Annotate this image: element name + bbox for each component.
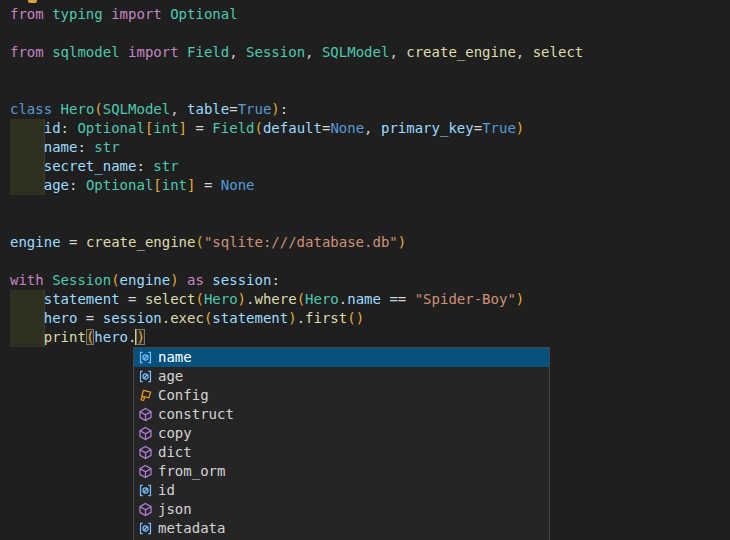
suggest-item-name[interactable]: name — [134, 348, 549, 367]
code-token: typing — [52, 6, 103, 22]
code-token: sqlmodel — [52, 44, 119, 60]
code-token: as — [187, 272, 204, 288]
suggest-item-metadata[interactable]: metadata — [134, 519, 549, 538]
suggest-item-dict[interactable]: dict — [134, 443, 549, 462]
symbol-method-icon — [137, 426, 154, 442]
suggest-item-label: copy — [158, 424, 192, 443]
symbol-class-icon — [137, 388, 154, 404]
code-token: : — [280, 101, 288, 117]
code-token: where — [254, 291, 296, 307]
code-token: , — [389, 44, 406, 60]
code-line: from typing import Optional — [10, 5, 583, 24]
code-token: Field — [187, 44, 229, 60]
code-line: print(hero.) — [10, 328, 583, 347]
code-token: create_engine — [86, 234, 196, 250]
code-token: Hero — [204, 291, 238, 307]
suggest-item-label: dict — [158, 443, 192, 462]
suggest-item-age[interactable]: age — [134, 367, 549, 386]
code-token: select — [145, 291, 196, 307]
code-line: hero = session.exec(statement).first() — [10, 309, 583, 328]
code-token: : — [271, 272, 279, 288]
code-token — [10, 158, 44, 174]
code-token: session — [103, 310, 162, 326]
code-token: : — [69, 177, 86, 193]
code-token: ) — [271, 101, 279, 117]
code-token: age — [44, 177, 69, 193]
code-editor[interactable]: from typing import Optionalfrom sqlmodel… — [0, 0, 730, 540]
code-token: name — [44, 139, 78, 155]
suggest-item-copy[interactable]: copy — [134, 424, 549, 443]
code-token: = — [61, 234, 86, 250]
code-token: import — [128, 44, 179, 60]
code-token: = — [229, 101, 237, 117]
code-token: import — [111, 6, 162, 22]
code-line: with Session(engine) as session: — [10, 271, 583, 290]
code-token — [52, 101, 60, 117]
code-token: ) — [288, 310, 296, 326]
matched-bracket: ) — [136, 329, 144, 345]
suggest-item-label: id — [158, 481, 175, 500]
code-token — [179, 272, 187, 288]
symbol-method-icon — [137, 502, 154, 518]
code-line — [10, 24, 583, 43]
code-line: name: str — [10, 138, 583, 157]
code-token: Field — [212, 120, 254, 136]
symbol-field-icon — [137, 350, 154, 366]
code-token: SQLModel — [322, 44, 389, 60]
code-token: name — [347, 291, 381, 307]
code-token: , — [305, 44, 322, 60]
code-token — [179, 44, 187, 60]
code-token — [10, 310, 44, 326]
code-token: statement — [44, 291, 120, 307]
code-token: create_engine — [406, 44, 516, 60]
code-line: engine = create_engine("sqlite:///databa… — [10, 233, 583, 252]
suggest-item-construct[interactable]: construct — [134, 405, 549, 424]
code-token: hero — [44, 310, 78, 326]
suggest-item-id[interactable]: id — [134, 481, 549, 500]
code-token: ( — [297, 291, 305, 307]
code-token: from — [10, 6, 44, 22]
code-token: : — [136, 158, 153, 174]
code-token — [44, 272, 52, 288]
code-token: str — [153, 158, 178, 174]
code-token — [120, 44, 128, 60]
code-token: str — [94, 139, 119, 155]
code-token: first — [305, 310, 347, 326]
symbol-field-icon — [137, 369, 154, 385]
code-token: hero — [94, 329, 128, 345]
code-token: select — [533, 44, 584, 60]
code-token: from — [10, 44, 44, 60]
code-token: ) — [238, 291, 246, 307]
code-token: , — [229, 44, 246, 60]
suggest-item-from_orm[interactable]: from_orm — [134, 462, 549, 481]
code-token: = — [120, 291, 145, 307]
code-token — [10, 177, 44, 193]
code-area[interactable]: from typing import Optionalfrom sqlmodel… — [10, 5, 583, 347]
code-token: , — [364, 120, 381, 136]
code-token: default — [263, 120, 322, 136]
code-token: Hero — [305, 291, 339, 307]
code-token: ) — [170, 272, 178, 288]
code-token: "Spider-Boy" — [415, 291, 516, 307]
code-token: = — [187, 120, 212, 136]
code-token: secret_name — [44, 158, 137, 174]
suggest-item-label: construct — [158, 405, 234, 424]
suggest-widget[interactable]: nameageConfigconstructcopydictfrom_ormid… — [133, 347, 550, 540]
code-line — [10, 214, 583, 233]
code-token: ( — [347, 310, 355, 326]
code-token: True — [238, 101, 272, 117]
suggest-item-Config[interactable]: Config — [134, 386, 549, 405]
code-token: True — [482, 120, 516, 136]
suggest-item-json[interactable]: json — [134, 500, 549, 519]
code-token: Session — [246, 44, 305, 60]
code-token — [44, 6, 52, 22]
code-token: ) — [516, 291, 524, 307]
code-token: session — [212, 272, 271, 288]
code-line — [10, 252, 583, 271]
code-token: engine — [120, 272, 171, 288]
code-token: , — [516, 44, 533, 60]
code-token: ( — [255, 120, 263, 136]
code-token: "sqlite:///database.db" — [204, 234, 398, 250]
code-token: Hero — [61, 101, 95, 117]
symbol-field-icon — [137, 483, 154, 499]
